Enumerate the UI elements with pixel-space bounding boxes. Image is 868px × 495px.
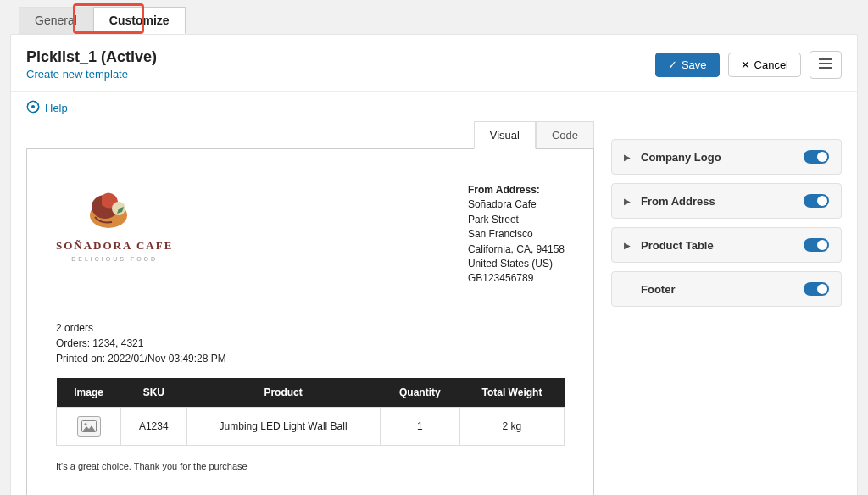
cell-product: Jumbing LED Light Wall Ball [186,407,380,445]
save-label: Save [682,58,707,71]
hamburger-icon [819,58,832,71]
chevron-right-icon: ▶ [624,197,632,206]
close-icon: ✕ [741,58,750,71]
toggle-footer[interactable] [804,282,829,296]
tab-general[interactable]: General [19,7,93,34]
printed-on: Printed on: 2022/01/Nov 03:49:28 PM [56,351,565,366]
hamburger-menu-button[interactable] [810,51,842,79]
footer-text: It's a great choice. Thank you for the p… [56,461,565,471]
order-meta: 2 orders Orders: 1234, 4321 Printed on: … [56,320,565,366]
chevron-right-icon: ▶ [624,153,632,162]
cancel-label: Cancel [754,58,788,71]
from-label: From Address: [468,183,565,197]
option-company-logo[interactable]: ▶ Company Logo [611,139,842,175]
th-product: Product [186,378,380,408]
toggle-company-logo[interactable] [804,150,829,164]
help-label: Help [45,102,68,114]
svg-point-6 [84,423,86,425]
help-link[interactable]: Help [26,100,594,116]
th-image: Image [57,378,121,408]
th-sku: SKU [121,378,186,408]
cell-weight: 2 kg [459,407,564,445]
from-address-block: From Address: Soñadora Cafe Park Street … [468,183,565,286]
cell-qty: 1 [380,407,459,445]
image-placeholder-icon [77,416,101,437]
th-weight: Total Weight [459,378,564,408]
option-footer[interactable]: ▶ Footer [611,271,842,307]
option-label: From Address [641,195,795,208]
from-region: California, CA, 94158 [468,242,565,257]
tab-code[interactable]: Code [536,121,594,148]
company-logo: SOÑADORA CAFE DELICIOUS FOOD [56,183,173,286]
svg-point-1 [31,105,35,108]
from-name: Soñadora Cafe [468,197,565,212]
cancel-button[interactable]: ✕ Cancel [728,53,801,77]
toggle-from-address[interactable] [804,194,829,208]
from-code: GB123456789 [468,271,565,286]
option-label: Product Table [641,239,795,252]
preview-pane: SOÑADORA CAFE DELICIOUS FOOD From Addres… [26,148,594,495]
from-country: United States (US) [468,257,565,271]
logo-image [83,183,146,234]
save-button[interactable]: ✓ Save [655,53,720,77]
option-label: Company Logo [641,151,795,164]
brand-tagline: DELICIOUS FOOD [71,256,158,262]
chevron-right-icon: ▶ [624,241,632,250]
cell-sku: A1234 [121,407,186,445]
orders-list: Orders: 1234, 4321 [56,336,565,351]
help-icon [26,100,40,116]
option-label: Footer [641,283,795,296]
option-product-table[interactable]: ▶ Product Table [611,227,842,263]
page-title: Picklist_1 (Active) [26,48,655,66]
options-panel: ▶ Company Logo ▶ From Address ▶ Product … [611,139,842,307]
from-city: San Francisco [468,227,565,242]
table-row: A1234 Jumbing LED Light Wall Ball 1 2 kg [57,407,565,445]
brand-name: SOÑADORA CAFE [56,239,173,253]
create-new-template-link[interactable]: Create new template [26,68,128,81]
th-qty: Quantity [380,378,459,408]
tab-visual[interactable]: Visual [474,121,536,149]
orders-count: 2 orders [56,320,565,336]
check-icon: ✓ [668,58,677,71]
product-table: Image SKU Product Quantity Total Weight [56,378,565,446]
option-from-address[interactable]: ▶ From Address [611,183,842,219]
toggle-product-table[interactable] [804,238,829,252]
from-street: Park Street [468,213,565,227]
tab-customize[interactable]: Customize [93,7,186,34]
cell-image [57,407,121,445]
